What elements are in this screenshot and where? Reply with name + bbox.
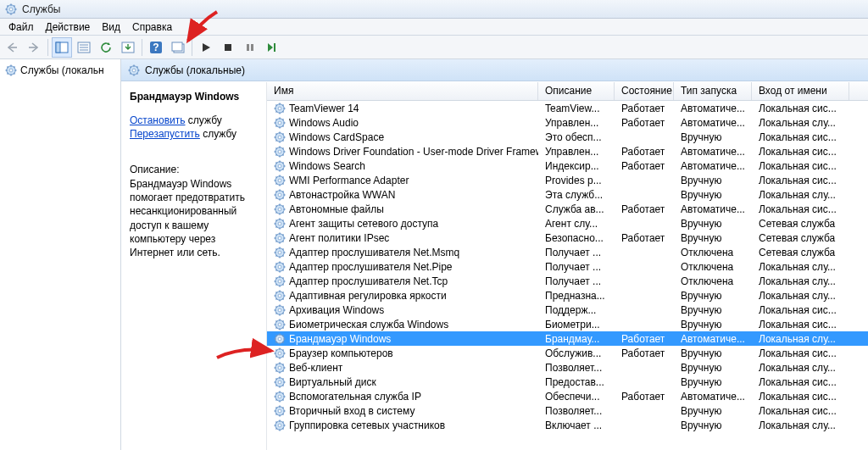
detail-pane: Брандмауэр Windows Остановить службу Пер… — [121, 82, 267, 450]
cell-start: Автоматиче... — [674, 203, 752, 216]
table-row[interactable]: Агент защиты сетевого доступаАгент слу..… — [267, 216, 868, 231]
cell-name: Windows Driver Foundation - User-mode Dr… — [289, 146, 538, 158]
cell-name: Вспомогательная служба IP — [289, 391, 421, 403]
col-logon[interactable]: Вход от имени — [752, 82, 849, 100]
col-state[interactable]: Состояние — [615, 82, 674, 100]
cell-name: Архивация Windows — [289, 304, 384, 316]
services-icon — [128, 64, 140, 76]
cell-state — [615, 266, 674, 268]
start-service-button[interactable] — [196, 37, 216, 58]
restart-link[interactable]: Перезапустить — [130, 128, 200, 140]
svg-rect-20 — [172, 42, 182, 51]
menu-action[interactable]: Действие — [41, 19, 96, 35]
export-button[interactable] — [118, 37, 138, 58]
cell-name: Вторичный вход в систему — [289, 405, 415, 417]
svg-rect-24 — [274, 43, 275, 52]
table-row[interactable]: Брандмауэр WindowsБрандмау...РаботаетАвт… — [267, 331, 868, 346]
cell-desc: Обеспечи... — [538, 390, 615, 403]
cell-state: Работает — [615, 390, 674, 403]
cell-logon: Локальная слу... — [752, 260, 849, 274]
cell-start: Вручную — [674, 419, 752, 432]
stop-link[interactable]: Остановить — [130, 114, 186, 126]
table-row[interactable]: Архивация WindowsПоддерж...ВручнуюЛокаль… — [267, 303, 868, 317]
nav-back-button[interactable] — [2, 37, 22, 58]
tree-panel: Службы (локальн — [0, 59, 121, 450]
cell-state — [615, 223, 674, 225]
cell-desc: Управлен... — [538, 116, 615, 130]
table-row[interactable]: Windows CardSpaceЭто обесп...ВручнуюЛока… — [267, 130, 868, 144]
table-row[interactable]: TeamViewer 14TeamView...РаботаетАвтомати… — [267, 101, 868, 115]
cell-logon: Локальная сис... — [752, 390, 849, 403]
window-button[interactable] — [168, 37, 188, 58]
table-row[interactable]: Адаптер прослушивателя Net.TcpПолучает .… — [267, 274, 868, 288]
menu-file[interactable]: Файл — [3, 19, 39, 35]
table-row[interactable]: Windows Driver Foundation - User-mode Dr… — [267, 144, 868, 158]
table-row[interactable]: Автономные файлыСлужба ав...РаботаетАвто… — [267, 202, 868, 216]
table-row[interactable]: Веб-клиентПозволяет...ВручнуюЛокальная с… — [267, 360, 868, 375]
menu-view[interactable]: Вид — [97, 19, 125, 35]
col-name[interactable]: Имя — [267, 82, 538, 100]
cell-name: Веб-клиент — [289, 362, 342, 374]
cell-name: Браузер компьютеров — [289, 347, 393, 359]
service-icon — [274, 103, 286, 114]
restart-service-button[interactable] — [262, 37, 282, 58]
properties-button[interactable] — [74, 37, 94, 58]
tree-root[interactable]: Службы (локальн — [2, 63, 119, 78]
pause-service-button[interactable] — [240, 37, 260, 58]
show-hide-pane-button[interactable] — [52, 37, 72, 58]
cell-start: Автоматиче... — [674, 116, 752, 130]
cell-state — [615, 281, 674, 282]
cell-logon: Локальная слу... — [752, 361, 849, 375]
service-icon — [274, 333, 286, 345]
cell-desc: Обслужив... — [538, 347, 615, 360]
service-icon — [274, 362, 286, 374]
col-start[interactable]: Тип запуска — [674, 82, 752, 100]
cell-start: Вручную — [674, 361, 752, 375]
cell-start: Вручную — [674, 174, 752, 187]
cell-desc: TeamView... — [538, 102, 615, 115]
cell-state: Работает — [615, 116, 674, 130]
menu-help[interactable]: Справка — [127, 19, 177, 35]
service-icon — [274, 319, 286, 331]
cell-state — [615, 136, 674, 138]
cell-name: Автономные файлы — [289, 203, 384, 215]
cell-desc: Эта служб... — [538, 188, 615, 202]
cell-start: Автоматиче... — [674, 390, 752, 403]
table-row[interactable]: Адаптивная регулировка яркостиПредназна.… — [267, 288, 868, 303]
cell-name: Windows Audio — [289, 117, 359, 129]
cell-logon: Сетевая служба — [752, 246, 849, 259]
cell-name: Виртуальный диск — [289, 376, 376, 388]
cell-logon: Локальная слу... — [752, 289, 849, 303]
cell-start: Вручную — [674, 347, 752, 360]
table-row[interactable]: Браузер компьютеровОбслужив...РаботаетВр… — [267, 346, 868, 360]
table-row[interactable]: Виртуальный дискПредостав...ВручнуюЛокал… — [267, 375, 868, 389]
table-row[interactable]: Группировка сетевых участниковВключает .… — [267, 418, 868, 432]
cell-logon: Локальная сис... — [752, 159, 849, 173]
table-row[interactable]: Вспомогательная служба IPОбеспечи...Рабо… — [267, 389, 868, 403]
cell-state: Работает — [615, 145, 674, 158]
refresh-button[interactable] — [96, 37, 116, 58]
cell-state — [615, 425, 674, 426]
stop-service-button[interactable] — [218, 37, 238, 58]
help-button[interactable]: ? — [146, 37, 166, 58]
cell-state: Работает — [615, 203, 674, 216]
cell-name: Агент защиты сетевого доступа — [289, 218, 438, 230]
table-row[interactable]: Агент политики IPsecБезопасно...Работает… — [267, 231, 868, 245]
service-icon — [274, 347, 286, 359]
cell-start: Автоматиче... — [674, 145, 752, 158]
cell-desc: Служба ав... — [538, 203, 615, 216]
cell-state — [615, 194, 674, 196]
table-row[interactable]: Автонастройка WWANЭта служб...ВручнуюЛок… — [267, 187, 868, 202]
table-row[interactable]: Windows SearchИндексир...РаботаетАвтомат… — [267, 158, 868, 173]
nav-forward-button[interactable] — [24, 37, 44, 58]
table-row[interactable]: Биометрическая служба WindowsБиометри...… — [267, 317, 868, 331]
cell-logon: Локальная сис... — [752, 303, 849, 317]
table-row[interactable]: WMI Performance AdapterProvides p...Вруч… — [267, 173, 868, 187]
table-row[interactable]: Адаптер прослушивателя Net.MsmqПолучает … — [267, 245, 868, 259]
cell-name: Адаптер прослушивателя Net.Tcp — [289, 275, 448, 287]
table-row[interactable]: Адаптер прослушивателя Net.PipeПолучает … — [267, 259, 868, 274]
table-row[interactable]: Вторичный вход в системуПозволяет...Вруч… — [267, 403, 868, 418]
service-icon — [274, 117, 286, 129]
col-desc[interactable]: Описание — [538, 82, 615, 100]
table-row[interactable]: Windows AudioУправлен...РаботаетАвтомати… — [267, 115, 868, 130]
